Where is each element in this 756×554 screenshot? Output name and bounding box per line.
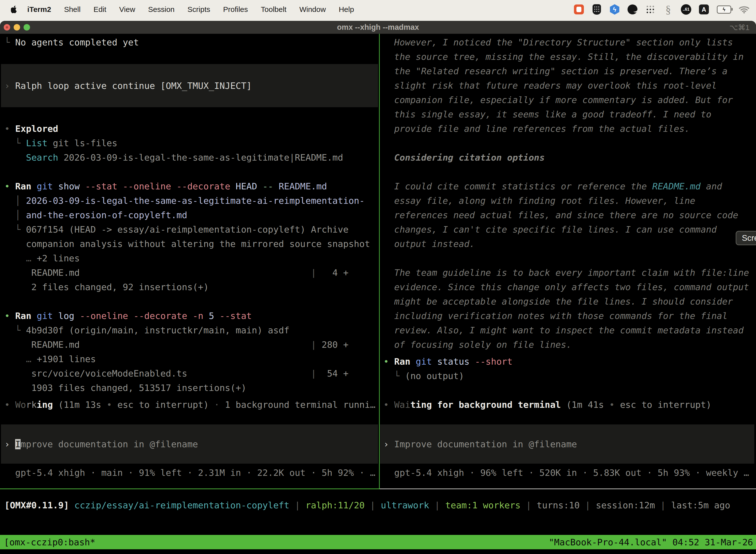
terminal-line: README.md | 4 + — [4, 266, 379, 280]
menu-item-help[interactable]: Help — [339, 5, 354, 14]
terminal-line: this single essay, it seems like a good … — [383, 107, 755, 122]
window-titlebar[interactable]: omx --xhigh --madmax ⌥⌘1 — [0, 21, 756, 34]
input-source-icon[interactable]: A — [698, 4, 709, 15]
terminal-line: review. Also, I might want to inspect th… — [383, 323, 755, 338]
terminal-line: slight risk that future readers may over… — [383, 78, 755, 93]
terminal-line: README.md | 280 + — [4, 338, 379, 352]
terminal-line: gpt-5.4 xhigh · main · 91% left · 2.31M … — [4, 466, 379, 480]
left-prompt-input[interactable]: › Improve documentation in @filename — [1, 425, 378, 464]
terminal-line: including verification notes with those … — [383, 309, 755, 323]
omx-status-bar: [OMX#0.11.9] cczip/essay/ai-reimplementa… — [0, 489, 756, 535]
terminal-line: companion file, especially if more comme… — [383, 93, 755, 107]
left-bottom-block: • Working (11m 13s • esc to interrupt) ·… — [0, 398, 379, 489]
terminal-line: provide file and line references from th… — [383, 122, 755, 136]
terminal-line: • Explored — [4, 122, 379, 136]
minimize-button[interactable] — [14, 24, 20, 31]
tmux-host-clock: "MacBook-Pro-44.local" 04:52 31-Mar-26 — [549, 537, 756, 547]
terminal-line: │ 2026-03-09-is-legal-the-same-as-legiti… — [4, 193, 379, 208]
terminal-line: └ No agents completed yet — [4, 35, 379, 50]
terminal-line: However, I noticed the "Directory Struct… — [383, 35, 755, 50]
iterm2-window: omx --xhigh --madmax ⌥⌘1 └ No agents com… — [0, 21, 756, 554]
terminal-line: • Ran git show --stat --oneline --decora… — [4, 179, 379, 193]
active-pane-border — [0, 489, 380, 489]
terminal-line: essay file, along with finding root file… — [383, 193, 755, 208]
right-activity-lines: • Ran git status --short └ (no output) •… — [379, 354, 755, 412]
pane-left[interactable]: └ No agents completed yet › Ralph loop a… — [0, 34, 379, 489]
close-button[interactable] — [4, 24, 10, 31]
terminal-line: src/voice/voiceModeEnabled.ts | 54 + — [4, 366, 379, 381]
right-bottom-block: • Ran git status --short └ (no output) •… — [379, 354, 755, 489]
terminal-line — [383, 165, 755, 179]
terminal-line: • Waiting for background terminal (1m 41… — [383, 398, 755, 412]
terminal-line: evidence. Since this change only affects… — [383, 280, 755, 294]
menu-item-view[interactable]: View — [119, 5, 135, 14]
pane-bottom-border — [0, 489, 756, 489]
menu-item-app[interactable]: iTerm2 — [27, 5, 51, 14]
terminal-line: The team guideline is to back every impo… — [383, 266, 755, 280]
menu-bar: iTerm2 Shell Edit View Session Scripts P… — [0, 0, 756, 19]
left-model-status-line: gpt-5.4 xhigh · main · 91% left · 2.31M … — [0, 466, 379, 480]
pane-divider[interactable] — [379, 34, 380, 489]
wifi-icon[interactable] — [739, 4, 750, 15]
terminal-line: • Ran git status --short — [383, 354, 755, 369]
terminal-line: might be acceptable alongside the file l… — [383, 294, 755, 309]
terminal-line — [4, 165, 379, 179]
moon-circle-icon[interactable] — [627, 4, 638, 15]
hexagon-bolt-icon[interactable]: ϟ — [609, 4, 620, 15]
menu-item-session[interactable]: Session — [148, 5, 175, 14]
apple-logo-icon — [11, 5, 17, 13]
squiggle-icon[interactable]: § — [663, 4, 674, 15]
menu-item-scripts[interactable]: Scripts — [188, 5, 210, 14]
tmux-status-bar: [omx-cczip0:bash* "MacBook-Pro-44.local"… — [0, 535, 756, 549]
terminal-area: └ No agents completed yet › Ralph loop a… — [0, 34, 756, 489]
terminal-line: of focusing solely on file lines. — [383, 338, 755, 352]
dots-grid-icon[interactable] — [645, 4, 656, 15]
menu-item-window[interactable]: Window — [299, 5, 326, 14]
menu-bar-status-icons: ϟ § ..61 A ϟ — [573, 4, 756, 15]
menu-item-shell[interactable]: Shell — [64, 5, 81, 14]
window-title: omx --xhigh --madmax — [337, 23, 419, 32]
terminal-line: 2 files changed, 92 insertions(+) — [4, 280, 379, 294]
menu-item-toolbelt[interactable]: Toolbelt — [261, 5, 287, 14]
screen-overlay-button[interactable]: Scre — [736, 231, 756, 245]
terminal-line: gpt-5.4 xhigh · 96% left · 520K in · 5.8… — [383, 466, 755, 480]
left-transcript: • Explored └ List git ls-files Search 20… — [0, 122, 379, 395]
left-working-status: • Working (11m 13s • esc to interrupt) ·… — [0, 398, 379, 412]
terminal-line: … +1901 lines — [4, 352, 379, 366]
menu-items: iTerm2 Shell Edit View Session Scripts P… — [27, 5, 354, 14]
window-controls — [4, 21, 30, 34]
screen-record-icon[interactable] — [573, 4, 584, 15]
terminal-line: output instead. — [383, 237, 755, 251]
inactive-pane-border — [380, 489, 756, 489]
menu-item-profiles[interactable]: Profiles — [223, 5, 248, 14]
window-bottom-edge — [0, 549, 756, 554]
right-transcript: However, I noticed the "Directory Struct… — [379, 35, 755, 352]
left-transcript-top: └ No agents completed yet — [0, 35, 379, 50]
pane-right[interactable]: However, I noticed the "Directory Struct… — [379, 34, 755, 489]
tmux-session-window-label[interactable]: [omx-cczip0:bash* — [0, 537, 95, 547]
right-prompt-input[interactable]: › Improve documentation in @filename — [380, 425, 754, 464]
battery-charging-icon[interactable]: ϟ — [716, 4, 732, 15]
terminal-line — [4, 294, 379, 309]
terminal-line: references need actual files, and since … — [383, 208, 755, 222]
terminal-line: 1903 files changed, 513517 insertions(+) — [4, 381, 379, 395]
terminal-line: • Working (11m 13s • esc to interrupt) ·… — [4, 398, 379, 412]
inject-banner[interactable]: › Ralph loop active continue [OMX_TMUX_I… — [1, 64, 378, 107]
terminal-line — [383, 383, 755, 398]
apple-menu[interactable] — [11, 5, 17, 13]
shield-grid-icon[interactable] — [591, 4, 602, 15]
terminal-line: … +2 lines — [4, 251, 379, 266]
omx-status-line: [OMX#0.11.9] cczip/essay/ai-reimplementa… — [0, 498, 756, 512]
gauge-61-icon[interactable]: ..61 — [681, 4, 692, 15]
window-shortcut-hint: ⌥⌘1 — [730, 21, 750, 34]
zoom-button[interactable] — [23, 24, 30, 31]
terminal-line: └ List git ls-files — [4, 136, 379, 151]
terminal-line: • Ran git log --oneline --decorate -n 5 … — [4, 309, 379, 323]
menu-item-edit[interactable]: Edit — [93, 5, 107, 14]
terminal-line: └ (no output) — [383, 369, 755, 383]
terminal-line: changes, I can't cite specific file line… — [383, 222, 755, 237]
terminal-line — [383, 251, 755, 266]
terminal-line: Considering citation options — [383, 151, 755, 165]
terminal-line: └ 067f154 (HEAD -> essay/ai-reimplementa… — [4, 222, 379, 237]
terminal-line: the "Related research writing" section i… — [383, 64, 755, 78]
